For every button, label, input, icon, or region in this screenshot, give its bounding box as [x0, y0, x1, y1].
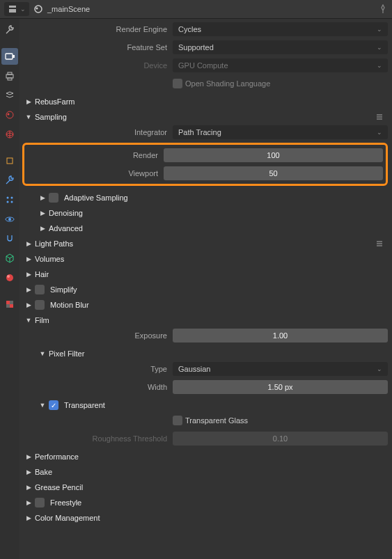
rebusfarm-header[interactable]: ▶ RebusFarm	[22, 94, 388, 109]
chevron-down-icon: ⌄	[377, 365, 382, 372]
motion-blur-header[interactable]: ▶ Motion Blur	[22, 297, 388, 313]
tab-scene[interactable]	[1, 107, 18, 123]
sampling-header[interactable]: ▼ Sampling	[22, 109, 388, 125]
color-mgmt-header[interactable]: ▶ Color Management	[22, 510, 388, 526]
feature-set-dropdown[interactable]: Supported⌄	[173, 40, 388, 54]
svg-rect-22	[10, 304, 13, 308]
exposure-label: Exposure	[22, 331, 168, 340]
render-engine-row: Render Engine Cycles⌄	[22, 22, 388, 37]
tab-texture[interactable]	[1, 296, 18, 313]
transparent-glass-label: Transparent Glass	[185, 416, 248, 425]
adaptive-sampling-header[interactable]: ▶ Adaptive Sampling	[36, 190, 388, 205]
wrench-icon	[4, 24, 15, 36]
osl-row: Open Shading Language	[22, 76, 388, 91]
svg-point-2	[35, 6, 42, 13]
svg-point-19	[6, 274, 13, 281]
tab-render[interactable]	[1, 48, 18, 65]
modifier-icon	[4, 175, 15, 186]
context-tabs	[0, 19, 19, 559]
viewport-samples-field[interactable]: 50	[164, 166, 383, 180]
constraint-icon	[4, 233, 15, 244]
transparent-checkbox[interactable]	[49, 400, 58, 410]
osl-checkbox[interactable]	[173, 79, 182, 88]
panel-header: ⌄ _mainScene	[0, 0, 392, 19]
motion-blur-checkbox[interactable]	[35, 300, 45, 310]
tab-physics[interactable]	[1, 211, 18, 228]
tab-output[interactable]	[1, 68, 18, 84]
device-dropdown[interactable]: GPU Compute⌄	[173, 58, 388, 72]
osl-label: Open Shading Language	[185, 79, 270, 88]
freestyle-checkbox[interactable]	[35, 498, 45, 507]
adaptive-sampling-checkbox[interactable]	[49, 193, 58, 203]
svg-point-16	[11, 201, 13, 203]
svg-point-15	[7, 201, 9, 203]
preset-icon[interactable]	[374, 111, 385, 123]
pixel-filter-header[interactable]: ▼ Pixel Filter	[36, 346, 388, 361]
roughness-field[interactable]: 0.10	[173, 432, 388, 446]
filter-width-field[interactable]: 1.50 px	[173, 380, 388, 394]
hair-header[interactable]: ▶ Hair	[22, 267, 388, 282]
film-header[interactable]: ▼ Film	[22, 313, 388, 328]
render-engine-dropdown[interactable]: Cycles⌄	[173, 22, 388, 36]
viewport-samples-row: Viewport 50	[27, 166, 383, 181]
chevron-down-icon: ⌄	[20, 6, 26, 13]
denoising-header[interactable]: ▶ Denoising	[36, 205, 388, 221]
tab-material[interactable]	[1, 269, 18, 286]
light-paths-header[interactable]: ▶ Light Paths	[22, 236, 388, 251]
world-icon	[4, 129, 15, 140]
transparent-glass-checkbox[interactable]	[173, 416, 182, 425]
layers-icon	[4, 90, 15, 101]
tab-world[interactable]	[1, 126, 18, 143]
scene-icon	[33, 4, 43, 14]
triangle-right-icon: ▶	[25, 484, 32, 491]
triangle-right-icon: ▶	[25, 453, 32, 460]
tab-modifier[interactable]	[1, 172, 18, 189]
pin-icon[interactable]	[378, 4, 388, 14]
svg-rect-7	[8, 72, 12, 74]
grease-pencil-header[interactable]: ▶ Grease Pencil	[22, 480, 388, 495]
tab-constraints[interactable]	[1, 230, 18, 247]
feature-set-row: Feature Set Supported⌄	[22, 40, 388, 55]
svg-rect-23	[10, 301, 13, 304]
svg-rect-5	[13, 55, 15, 58]
integrator-row: Integrator Path Tracing⌄	[22, 125, 388, 140]
tab-particles[interactable]	[1, 191, 18, 208]
svg-point-14	[11, 197, 13, 199]
viewport-samples-label: Viewport	[27, 169, 159, 178]
filter-type-dropdown[interactable]: Gaussian⌄	[173, 362, 388, 376]
chevron-down-icon: ⌄	[377, 129, 382, 136]
preset-icon[interactable]	[374, 238, 385, 249]
advanced-header[interactable]: ▶ Advanced	[36, 221, 388, 236]
render-samples-field[interactable]: 100	[164, 148, 383, 162]
triangle-down-icon: ▼	[25, 113, 32, 120]
triangle-right-icon: ▶	[39, 225, 46, 232]
triangle-right-icon: ▶	[25, 286, 32, 293]
volumes-header[interactable]: ▶ Volumes	[22, 251, 388, 267]
bake-header[interactable]: ▶ Bake	[22, 464, 388, 480]
triangle-right-icon: ▶	[25, 240, 32, 247]
main-area: Render Engine Cycles⌄ Feature Set Suppor…	[0, 19, 392, 559]
transparent-header[interactable]: ▼ Transparent	[36, 397, 388, 413]
roughness-row: Roughness Threshold 0.10	[22, 431, 388, 446]
tab-data[interactable]	[1, 250, 18, 267]
simplify-header[interactable]: ▶ Simplify	[22, 282, 388, 297]
tab-object[interactable]	[1, 152, 18, 169]
integrator-dropdown[interactable]: Path Tracing⌄	[173, 125, 388, 139]
triangle-right-icon: ▶	[25, 301, 32, 308]
performance-header[interactable]: ▶ Performance	[22, 449, 388, 464]
svg-rect-6	[6, 74, 13, 78]
editor-type-dropdown[interactable]: ⌄	[4, 2, 29, 16]
simplify-checkbox[interactable]	[35, 285, 45, 294]
roughness-label: Roughness Threshold	[22, 434, 168, 443]
triangle-right-icon: ▶	[25, 98, 32, 105]
camera-back-icon	[4, 51, 15, 62]
properties-icon	[8, 4, 17, 14]
tab-viewlayer[interactable]	[1, 87, 18, 104]
exposure-field[interactable]: 1.00	[173, 329, 388, 343]
object-icon	[4, 155, 15, 166]
freestyle-header[interactable]: ▶ Freestyle	[22, 495, 388, 510]
triangle-down-icon: ▼	[25, 317, 32, 324]
mesh-icon	[4, 253, 15, 264]
svg-rect-0	[9, 6, 16, 8]
tab-tool[interactable]	[1, 22, 18, 38]
